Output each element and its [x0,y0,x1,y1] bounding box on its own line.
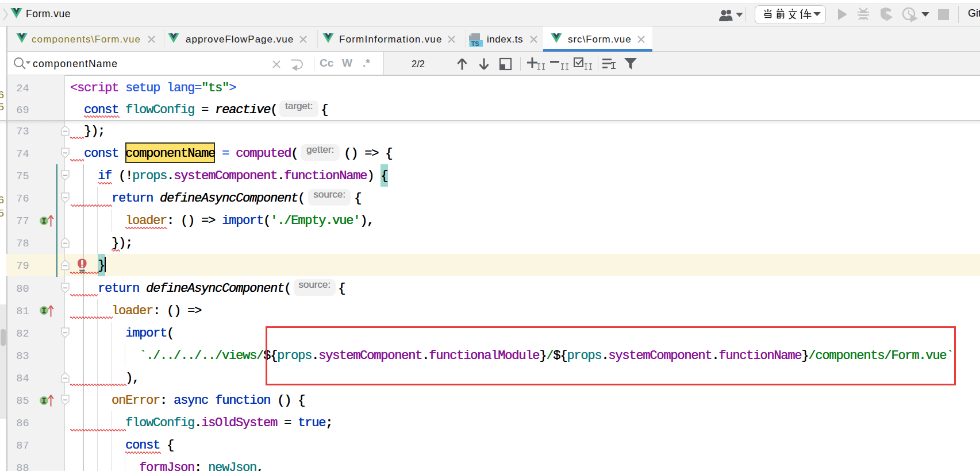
svg-text:TS: TS [471,40,479,47]
